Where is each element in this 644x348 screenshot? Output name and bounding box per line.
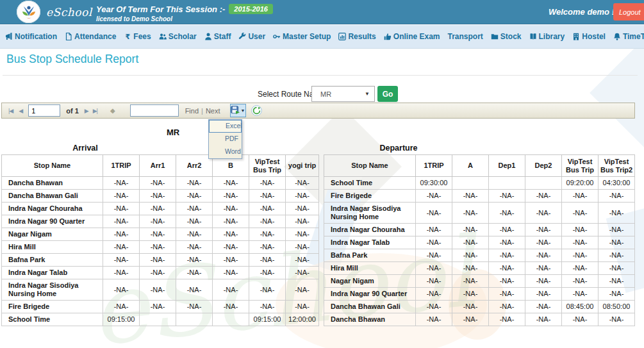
nav-item-library[interactable]: Library — [529, 32, 565, 41]
export-option-pdf[interactable]: PDF — [209, 133, 242, 145]
page-number-input[interactable] — [28, 104, 60, 117]
table-row: Hira Mill-NA--NA--NA--NA--NA--NA- — [324, 262, 635, 275]
nav-item-results[interactable]: Results — [338, 32, 376, 41]
nav-item-online-exam[interactable]: Online Exam — [384, 32, 440, 41]
bell-icon — [613, 33, 621, 40]
export-button[interactable]: ▼ — [230, 104, 246, 117]
first-page-button[interactable]: |◀ — [8, 108, 13, 114]
schedule-cell: -NA- — [103, 301, 140, 313]
nav-item-label: Attendance — [74, 32, 116, 41]
table-row: Dancha Bhawan Gali-NA--NA--NA--NA-08:45:… — [324, 301, 635, 313]
schedule-cell: -NA- — [416, 262, 452, 275]
schedule-cell: -NA- — [416, 236, 452, 249]
nav-item-label: Hostel — [582, 32, 606, 41]
logout-button[interactable]: Logout — [613, 3, 644, 21]
prev-page-button[interactable]: ◀ — [19, 108, 22, 114]
bar-chart-icon — [338, 33, 346, 40]
schedule-cell: -NA- — [562, 203, 599, 224]
schedule-cell: -NA- — [176, 301, 213, 313]
schedule-cell: 09:15:00 — [103, 313, 140, 326]
stop-name-cell: Bafna Park — [324, 249, 416, 262]
session-badge: 2015-2016 — [229, 4, 273, 14]
export-option-excel[interactable]: Excel — [209, 120, 242, 133]
nav-item-stock[interactable]: Stock — [491, 32, 522, 41]
rupee-icon: ₹ — [124, 33, 131, 40]
licensed-text: licensed to Demo School — [96, 15, 172, 22]
schedule-cell: 09:15:00 — [249, 313, 286, 326]
schedule-cell: -NA- — [213, 241, 249, 254]
nav-item-attendance[interactable]: Attendance — [65, 32, 116, 41]
go-button[interactable]: Go — [377, 86, 398, 102]
report-title: MR — [0, 128, 346, 137]
brand-logo[interactable]: eSchool — [17, 1, 92, 23]
nav-item-master-setup[interactable]: Master Setup — [273, 32, 331, 41]
schedule-cell: -NA- — [286, 215, 319, 228]
table-row: Dancha Bhawan-NA--NA--NA--NA--NA--NA- — [2, 177, 319, 190]
nav-item-scholar[interactable]: Scholar — [159, 32, 197, 41]
stop-name-cell: Dancha Bhawan — [324, 313, 416, 326]
schedule-cell: -NA- — [489, 190, 525, 203]
next-link[interactable]: Next — [206, 107, 220, 115]
schedule-cell: -NA- — [286, 254, 319, 267]
table-row: Hira Mill-NA--NA--NA--NA--NA--NA- — [2, 241, 319, 254]
nav-item-transport[interactable]: Transport — [448, 32, 483, 41]
nav-item-staff[interactable]: Staff — [204, 32, 231, 41]
schedule-cell: -NA- — [525, 301, 562, 313]
nav-item-user[interactable]: User — [238, 32, 265, 41]
schedule-cell: -NA- — [525, 275, 562, 288]
schedule-cell — [452, 177, 489, 190]
schedule-cell — [489, 177, 525, 190]
schedule-cell: 12:00:00 — [286, 313, 319, 326]
table-row: Indra Nagar 90 Quarter-NA--NA--NA--NA--N… — [324, 288, 635, 301]
nav-item-hostel[interactable]: Hostel — [572, 32, 606, 41]
schedule-cell: -NA- — [140, 190, 176, 203]
schedule-cell: -NA- — [213, 215, 249, 228]
schedule-cell: -NA- — [525, 288, 562, 301]
users-icon — [159, 33, 167, 40]
save-export-icon — [231, 106, 240, 115]
nav-item-label: Master Setup — [283, 32, 331, 41]
schedule-cell: -NA- — [525, 249, 562, 262]
schedule-cell: -NA- — [249, 267, 286, 279]
nav-item-fees[interactable]: ₹Fees — [124, 32, 151, 41]
schedule-cell: -NA- — [140, 228, 176, 241]
stop-name-cell: Fire Brigede — [324, 190, 416, 203]
stop-name-cell: Dancha Bhawan — [2, 177, 103, 190]
column-header: Stop Name — [324, 155, 416, 177]
stop-name-cell: Bafna Park — [2, 254, 103, 267]
schedule-cell: -NA- — [249, 215, 286, 228]
last-page-button[interactable]: ▶| — [93, 108, 97, 114]
find-link[interactable]: Find — [185, 107, 199, 115]
schedule-cell: -NA- — [489, 275, 525, 288]
table-row: Dancha Bhawan Gali-NA--NA--NA--NA--NA--N… — [2, 190, 319, 203]
schedule-cell: -NA- — [213, 190, 249, 203]
arrival-section-label: Arrival — [40, 144, 130, 153]
schedule-cell: -NA- — [213, 254, 249, 267]
parent-report-icon[interactable]: ◆ — [110, 107, 115, 114]
refresh-button[interactable] — [251, 105, 263, 117]
main-nav: NotificationAttendance₹FeesScholarStaffU… — [0, 25, 644, 49]
schedule-cell: -NA- — [525, 262, 562, 275]
schedule-cell: -NA- — [103, 203, 140, 215]
find-text-input[interactable] — [130, 104, 179, 117]
schedule-cell: 08:45:00 — [562, 301, 599, 313]
table-row: Indra Nagar Sisodiya Nursing Home-NA--NA… — [324, 203, 635, 224]
stop-name-cell: Indra Nagar Sisodiya Nursing Home — [324, 203, 416, 224]
next-page-button[interactable]: ▶ — [85, 108, 88, 114]
nav-item-label: Staff — [214, 32, 231, 41]
departure-section-label: Departure — [354, 144, 443, 153]
nav-item-timetable[interactable]: TimeTable — [613, 32, 644, 41]
schedule-cell: -NA- — [452, 249, 489, 262]
schedule-cell: -NA- — [286, 267, 319, 279]
schedule-cell: -NA- — [416, 288, 452, 301]
megaphone-icon — [5, 33, 13, 40]
book-icon — [529, 33, 537, 40]
schedule-cell — [525, 177, 562, 190]
export-option-word[interactable]: Word — [209, 145, 242, 158]
schedule-cell: -NA- — [286, 228, 319, 241]
nav-item-notification[interactable]: Notification — [5, 32, 57, 41]
schedule-cell: -NA- — [140, 254, 176, 267]
route-select[interactable]: MR ▼ — [311, 86, 375, 102]
schedule-cell: -NA- — [213, 279, 249, 301]
column-header: Arr1 — [140, 155, 176, 177]
